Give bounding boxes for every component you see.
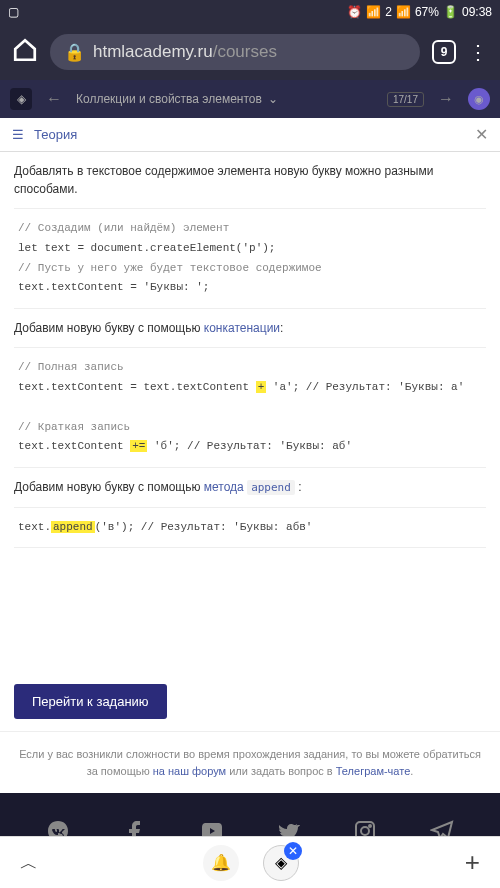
alarm-icon: ⏰ <box>347 5 362 19</box>
chevron-down-icon: ⌄ <box>268 92 278 106</box>
theory-label: Теория <box>34 127 77 142</box>
url-path: /courses <box>213 42 277 61</box>
svg-point-2 <box>369 825 371 827</box>
signal-icon: 📶 <box>396 5 411 19</box>
code-block-2: // Полная запись text.textContent = text… <box>14 347 486 468</box>
gallery-icon: ▢ <box>8 5 19 19</box>
battery-icon: 🔋 <box>443 5 458 19</box>
bottom-app-bar: ︿ 🔔 ◈ ✕ + <box>0 836 500 888</box>
forum-link[interactable]: на наш форум <box>153 765 226 777</box>
lesson-content: Добавлять в текстовое содержимое элемент… <box>0 152 500 672</box>
browser-toolbar: 🔒 htmlacademy.ru/courses 9 ⋮ <box>0 24 500 80</box>
forward-arrow-icon[interactable]: → <box>438 90 454 108</box>
intro-text: Добавлять в текстовое содержимое элемент… <box>14 162 486 198</box>
sim-icon: 2 <box>385 5 392 19</box>
lock-icon: 🔒 <box>64 42 85 63</box>
code-block-1: // Создадим (или найдём) элемент let tex… <box>14 208 486 309</box>
back-arrow-icon[interactable]: ← <box>46 90 62 108</box>
concat-text: Добавим новую букву с помощью конкатенац… <box>14 319 486 337</box>
append-link[interactable]: метода append <box>204 480 295 494</box>
site-logo-icon[interactable]: ◈ <box>10 88 32 110</box>
battery-text: 67% <box>415 5 439 19</box>
url-host: htmlacademy.ru <box>93 42 213 61</box>
bell-button[interactable]: 🔔 <box>203 845 239 881</box>
url-bar[interactable]: 🔒 htmlacademy.ru/courses <box>50 34 420 70</box>
progress-badge: 17/17 <box>387 92 424 107</box>
shield-button[interactable]: ◈ ✕ <box>263 845 299 881</box>
android-status-bar: ▢ ⏰ 📶 2 📶 67% 🔋 09:38 <box>0 0 500 24</box>
wifi-icon: 📶 <box>366 5 381 19</box>
append-text: Добавим новую букву с помощью метода app… <box>14 478 486 497</box>
course-nav: ◈ ← Коллекции и свойства элементов ⌄ 17/… <box>0 80 500 118</box>
course-title[interactable]: Коллекции и свойства элементов ⌄ <box>76 92 373 106</box>
theory-header: ☰ Теория ✕ <box>0 118 500 152</box>
home-icon[interactable] <box>12 37 38 67</box>
close-badge-icon[interactable]: ✕ <box>284 842 302 860</box>
clock: 09:38 <box>462 5 492 19</box>
go-to-task-button[interactable]: Перейти к заданию <box>14 684 167 719</box>
telegram-link[interactable]: Телеграм-чате <box>336 765 411 777</box>
menu-icon[interactable]: ⋮ <box>468 40 488 64</box>
svg-point-1 <box>361 827 369 835</box>
bell-icon: 🔔 <box>211 853 231 872</box>
concat-link[interactable]: конкатенации <box>204 321 280 335</box>
chevron-up-icon[interactable]: ︿ <box>20 851 38 875</box>
close-icon[interactable]: ✕ <box>475 125 488 144</box>
code-block-3: text.append('в'); // Результат: 'Буквы: … <box>14 507 486 549</box>
tab-switcher[interactable]: 9 <box>432 40 456 64</box>
plus-icon[interactable]: + <box>465 847 480 878</box>
avatar[interactable]: ◉ <box>468 88 490 110</box>
help-text: Если у вас возникли сложности во время п… <box>0 731 500 793</box>
hamburger-icon[interactable]: ☰ <box>12 127 24 142</box>
